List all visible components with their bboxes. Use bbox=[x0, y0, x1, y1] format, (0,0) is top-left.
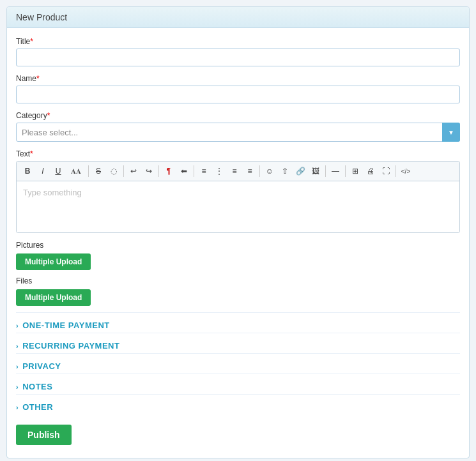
eraser-button[interactable]: ◌ bbox=[107, 164, 121, 178]
section-header-notes[interactable]: ›NOTES bbox=[16, 382, 460, 391]
chevron-right-icon: › bbox=[16, 322, 19, 329]
justify-center-button[interactable]: ≡ bbox=[227, 164, 242, 178]
files-label: Files bbox=[16, 276, 460, 285]
ordered-list-button[interactable]: ≡ bbox=[197, 164, 211, 178]
italic-button[interactable]: I bbox=[36, 164, 50, 178]
pictures-upload-button[interactable]: Multiple Upload bbox=[16, 253, 91, 270]
separator-1 bbox=[88, 165, 89, 177]
rich-text-editor: B I U 𝐀𝐀 S ◌ ↩ ↪ ¶ ⬅ ≡ ⋮ ≡ bbox=[16, 161, 460, 233]
text-label: Text* bbox=[16, 149, 460, 158]
section-recurring-payment: ›RECURRING PAYMENT bbox=[16, 333, 460, 353]
font-size-button[interactable]: 𝐀𝐀 bbox=[66, 164, 86, 178]
category-label: Category* bbox=[16, 111, 460, 120]
redo-button[interactable]: ↪ bbox=[142, 164, 156, 178]
section-label-privacy: PRIVACY bbox=[22, 361, 61, 371]
chevron-right-icon: › bbox=[16, 404, 19, 411]
pictures-section: Pictures Multiple Upload bbox=[16, 241, 460, 270]
name-required: * bbox=[36, 74, 40, 83]
separator-3 bbox=[158, 165, 159, 177]
form-title: New Product bbox=[16, 12, 67, 22]
section-header-other[interactable]: ›OTHER bbox=[16, 402, 460, 412]
underline-button[interactable]: U bbox=[51, 164, 65, 178]
publish-button[interactable]: Publish bbox=[16, 425, 72, 445]
unordered-list-button[interactable]: ⋮ bbox=[212, 164, 226, 178]
separator-2 bbox=[123, 165, 124, 177]
category-field-group: Category* Please select... bbox=[16, 111, 460, 142]
section-label-recurring-payment: RECURRING PAYMENT bbox=[22, 341, 119, 351]
title-field-group: Title* bbox=[16, 37, 460, 66]
bold-button[interactable]: B bbox=[20, 164, 35, 178]
collapsible-sections: ›ONE-TIME PAYMENT›RECURRING PAYMENT›PRIV… bbox=[16, 312, 460, 414]
separator-5 bbox=[259, 165, 260, 177]
category-select[interactable]: Please select... bbox=[16, 123, 460, 142]
strikethrough-button[interactable]: S bbox=[91, 164, 105, 178]
fullscreen-button[interactable]: ⛶ bbox=[379, 164, 393, 178]
separator-6 bbox=[325, 165, 326, 177]
section-privacy: ›PRIVACY bbox=[16, 353, 460, 374]
align-left-button[interactable]: ⬅ bbox=[177, 164, 191, 178]
section-notes: ›NOTES bbox=[16, 374, 460, 394]
name-field-group: Name* bbox=[16, 74, 460, 103]
link-button[interactable]: 🔗 bbox=[293, 164, 307, 178]
justify-right-button[interactable]: ≡ bbox=[243, 164, 257, 178]
code-button[interactable]: </> bbox=[399, 164, 413, 178]
separator-7 bbox=[345, 165, 346, 177]
image-button[interactable]: 🖼 bbox=[309, 164, 323, 178]
title-required: * bbox=[30, 37, 33, 46]
new-product-form: New Product Title* Name* Category* Pleas… bbox=[6, 6, 470, 458]
separator-4 bbox=[194, 165, 194, 177]
section-header-one-time-payment[interactable]: ›ONE-TIME PAYMENT bbox=[16, 321, 460, 330]
editor-content[interactable]: Type something bbox=[17, 181, 459, 232]
section-label-one-time-payment: ONE-TIME PAYMENT bbox=[22, 321, 110, 330]
files-section: Files Multiple Upload bbox=[16, 276, 460, 306]
category-required: * bbox=[47, 111, 50, 120]
section-other: ›OTHER bbox=[16, 394, 460, 414]
pictures-label: Pictures bbox=[16, 241, 460, 250]
section-one-time-payment: ›ONE-TIME PAYMENT bbox=[16, 312, 460, 333]
section-label-notes: NOTES bbox=[22, 382, 52, 391]
paragraph-button[interactable]: ¶ bbox=[162, 164, 176, 178]
emoji-button[interactable]: ☺ bbox=[263, 164, 277, 178]
chevron-right-icon: › bbox=[16, 342, 19, 350]
share-button[interactable]: ⇧ bbox=[278, 164, 292, 178]
chevron-right-icon: › bbox=[16, 383, 19, 391]
title-input[interactable] bbox=[16, 49, 460, 66]
separator-8 bbox=[395, 165, 396, 177]
name-input[interactable] bbox=[16, 86, 460, 103]
form-header: New Product bbox=[7, 7, 469, 28]
undo-button[interactable]: ↩ bbox=[127, 164, 141, 178]
text-field-group: Text* B I U 𝐀𝐀 S ◌ ↩ ↪ ¶ ⬅ bbox=[16, 149, 460, 233]
hr-button[interactable]: — bbox=[328, 164, 342, 178]
editor-placeholder: Type something bbox=[23, 188, 82, 197]
section-header-privacy[interactable]: ›PRIVACY bbox=[16, 361, 460, 371]
table-button[interactable]: ⊞ bbox=[348, 164, 362, 178]
text-required: * bbox=[30, 149, 33, 158]
files-upload-button[interactable]: Multiple Upload bbox=[16, 289, 91, 306]
title-label: Title* bbox=[16, 37, 460, 46]
category-select-wrapper: Please select... bbox=[16, 123, 460, 142]
section-header-recurring-payment[interactable]: ›RECURRING PAYMENT bbox=[16, 341, 460, 351]
print-button[interactable]: 🖨 bbox=[364, 164, 378, 178]
form-body: Title* Name* Category* Please select... bbox=[7, 28, 469, 458]
chevron-right-icon: › bbox=[16, 363, 19, 370]
name-label: Name* bbox=[16, 74, 460, 83]
editor-toolbar: B I U 𝐀𝐀 S ◌ ↩ ↪ ¶ ⬅ ≡ ⋮ ≡ bbox=[17, 162, 459, 181]
section-label-other: OTHER bbox=[22, 402, 53, 412]
